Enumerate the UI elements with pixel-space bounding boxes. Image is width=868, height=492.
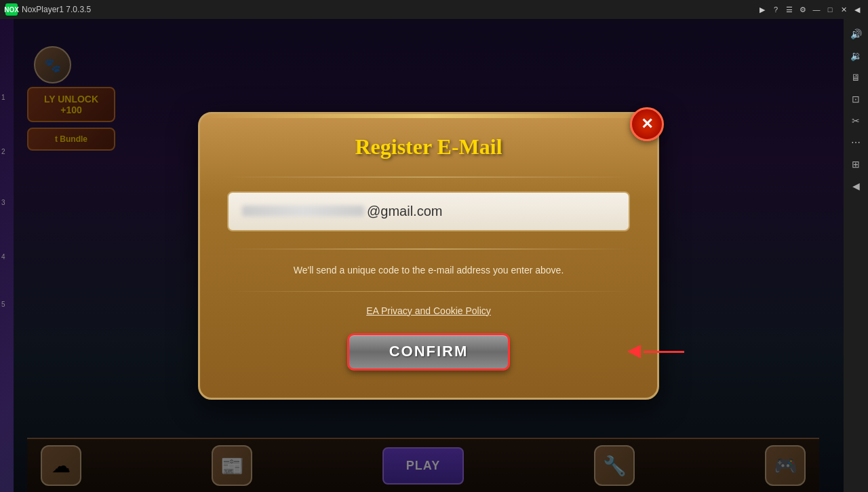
modal-title: Register E-Mail: [227, 134, 630, 159]
restore-btn[interactable]: □: [825, 4, 835, 15]
confirm-button[interactable]: CONFIRM: [347, 333, 510, 371]
modal-close-button[interactable]: ✕: [630, 107, 664, 141]
sidebar-cut[interactable]: ✂: [846, 111, 865, 130]
close-icon: ✕: [641, 115, 653, 133]
sidebar-more[interactable]: ⋯: [846, 133, 865, 152]
menu-btn-title[interactable]: ☰: [784, 4, 795, 15]
back-btn-title[interactable]: ◀: [852, 4, 863, 15]
titlebar-controls: ▶ ? ☰ ⚙ — □ ✕ ◀: [757, 4, 863, 15]
modal-divider-bottom: [227, 291, 630, 292]
nox-logo: NOX: [5, 3, 18, 16]
email-domain: @gmail.com: [367, 204, 442, 219]
titlebar-title: NoxPlayer1 7.0.3.5: [22, 5, 91, 14]
modal-overlay: ✕ Register E-Mail @gmail.com We'll send …: [14, 19, 844, 492]
sidebar-volume-low[interactable]: 🔉: [846, 46, 865, 65]
privacy-link[interactable]: EA Privacy and Cookie Policy: [227, 305, 630, 316]
arrow-line: [644, 351, 684, 353]
sidebar-display[interactable]: 🖥: [846, 68, 865, 87]
register-email-modal: ✕ Register E-Mail @gmail.com We'll send …: [198, 112, 659, 400]
sidebar-screenshot[interactable]: ⊡: [846, 90, 865, 109]
sidebar-back[interactable]: ◀: [846, 176, 865, 195]
minimize-btn[interactable]: —: [811, 4, 822, 15]
close-window-btn[interactable]: ✕: [838, 4, 849, 15]
settings-btn-title[interactable]: ⚙: [797, 4, 808, 15]
confirm-btn-wrapper: CONFIRM: [227, 333, 630, 371]
sidebar-volume-high[interactable]: 🔊: [846, 24, 865, 43]
play-btn-title[interactable]: ▶: [757, 4, 768, 15]
left-num-3: 3: [1, 199, 5, 206]
titlebar: NOX NoxPlayer1 7.0.3.5 ▶ ? ☰ ⚙ — □ ✕ ◀: [0, 0, 868, 19]
email-blurred-part: [242, 206, 364, 216]
left-num-4: 4: [1, 253, 5, 261]
right-sidebar: 🔊 🔉 🖥 ⊡ ✂ ⋯ ⊞ ◀: [844, 19, 868, 492]
help-btn-title[interactable]: ?: [770, 4, 781, 15]
arrow-head: [627, 345, 641, 358]
left-num-1: 1: [1, 94, 5, 101]
modal-description: We'll send a unique code to the e-mail a…: [227, 263, 630, 278]
modal-divider-mid: [227, 248, 630, 250]
arrow-annotation: [627, 345, 684, 358]
modal-top-border: [200, 114, 657, 118]
titlebar-left: NOX NoxPlayer1 7.0.3.5: [5, 3, 91, 16]
modal-divider-top: [227, 176, 630, 178]
sidebar-multiwindow[interactable]: ⊞: [846, 155, 865, 174]
left-numbers: 1 2 3 4 5: [0, 19, 14, 492]
left-num-5: 5: [1, 301, 5, 308]
left-num-2: 2: [1, 148, 5, 155]
email-input-container[interactable]: @gmail.com: [227, 191, 630, 231]
